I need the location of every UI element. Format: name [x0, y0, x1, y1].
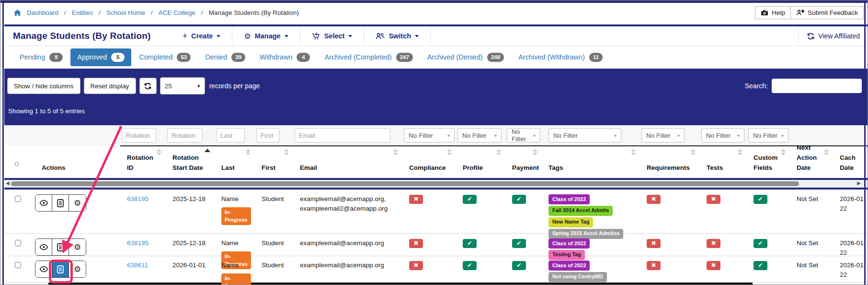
filter-rotation-id-input[interactable] [122, 128, 156, 142]
settings-gear-button[interactable]: ⚙ [69, 261, 86, 277]
column-header-payment[interactable]: Payment [505, 145, 542, 178]
chevron-down-icon: ▾ [494, 133, 497, 138]
breadcrumb-dashboard[interactable]: Dashboard [27, 9, 58, 16]
manage-menu[interactable]: ⚙ Manage [232, 26, 300, 46]
profile-pass-badge: ✔ [463, 195, 477, 204]
column-header-rotation-id[interactable]: Rotation ID [120, 145, 166, 178]
filter-payment-select[interactable]: No Filter▾ [507, 128, 540, 142]
column-header-actions: Actions [23, 145, 120, 178]
filter-email-input[interactable] [295, 128, 390, 142]
details-document-button-highlighted[interactable] [52, 261, 69, 277]
details-document-button[interactable] [52, 195, 69, 211]
filter-profile-select[interactable]: No Filter▾ [457, 128, 502, 142]
column-header-tests[interactable]: Tests [700, 145, 747, 178]
select-all-checkbox[interactable] [15, 161, 19, 167]
submit-feedback-button[interactable]: Submit Feedback [790, 6, 864, 19]
column-header-email[interactable]: Email [293, 145, 402, 178]
filter-requirements-select[interactable]: No Filter▾ [641, 128, 685, 142]
custom-fields-pass-badge: ✔ [754, 239, 767, 248]
row-checkbox[interactable] [15, 196, 21, 202]
reset-display-button[interactable]: Reset display [84, 78, 136, 94]
sort-icon [246, 149, 251, 155]
sort-icon [533, 149, 537, 155]
filter-tests-select[interactable]: No Filter▾ [701, 128, 744, 142]
column-header-profile[interactable]: Profile [456, 145, 505, 178]
sort-icon [447, 149, 452, 155]
view-affiliated-button[interactable]: View Affiliated [798, 26, 868, 46]
plus-icon: + [183, 31, 188, 41]
breadcrumb-ace-college[interactable]: ACE College [159, 9, 195, 16]
column-header-cach-date: Cach Date [833, 145, 868, 178]
breadcrumb: Dashboard / Entities / School Home / ACE… [4, 9, 299, 16]
view-eye-button[interactable] [35, 261, 52, 277]
view-eye-button[interactable] [35, 239, 52, 255]
filter-first-input[interactable] [256, 128, 279, 142]
search-input[interactable] [772, 79, 862, 93]
count-badge: 39 [231, 53, 245, 62]
row-checkbox[interactable] [15, 240, 21, 246]
filter-custom-fields-select[interactable]: No Filter▾ [748, 128, 788, 142]
scroll-right-arrow[interactable]: ▶ [857, 180, 861, 186]
filter-compliance-select[interactable]: No Filter▾ [404, 128, 455, 142]
page-size-select[interactable]: 25 ▾ [160, 77, 205, 95]
breadcrumb-school-home[interactable]: School Home [106, 9, 145, 16]
home-icon[interactable] [14, 10, 21, 16]
rotation-id-link[interactable]: 638195 [127, 195, 148, 202]
cart-icon [312, 32, 320, 40]
column-header-compliance[interactable]: Compliance [402, 145, 456, 178]
scroll-left-arrow[interactable]: ◀ [6, 180, 10, 186]
sort-icon [738, 149, 742, 155]
last-name-cell: Name In-Progress [215, 256, 255, 282]
scrollbar-thumb[interactable] [11, 181, 799, 186]
switch-menu[interactable]: Switch [364, 26, 431, 46]
column-header-requirements[interactable]: Requirements [640, 145, 700, 178]
first-name-cell: Student [255, 234, 293, 256]
help-button[interactable]: Help [755, 6, 791, 19]
show-hide-columns-button[interactable]: Show / hide columns [7, 78, 80, 94]
filter-last-input[interactable] [216, 128, 245, 142]
settings-gear-button[interactable]: ⚙ [69, 195, 86, 211]
filter-row: No Filter▾ No Filter▾ No Filter▾ No Filt… [4, 125, 868, 145]
tab-withdrawn[interactable]: Withdrawn4 [253, 48, 317, 66]
rotation-id-link[interactable]: 638611 [127, 261, 148, 269]
details-document-button[interactable] [52, 239, 69, 255]
breadcrumb-entities[interactable]: Entities [72, 9, 93, 16]
tab-completed[interactable]: Completed53 [132, 48, 197, 66]
filter-tags-select[interactable]: No Filter▾ [548, 128, 621, 142]
payment-pass-badge: ✔ [512, 261, 526, 270]
tab-archived-completed[interactable]: Archived (Completed)247 [318, 48, 419, 66]
column-header-rotation-start-date[interactable]: Rotation Start Date [166, 145, 215, 178]
tests-fail-badge: ✖ [707, 261, 720, 270]
profile-pass-badge: ✔ [463, 239, 477, 248]
chevron-down-icon [415, 35, 419, 37]
settings-gear-button[interactable]: ⚙ [69, 239, 86, 255]
tab-pending[interactable]: Pending9 [13, 48, 69, 66]
rotation-id-link[interactable]: 638195 [127, 239, 148, 247]
tab-archived-withdrawn[interactable]: Archived (Withdrawn)11 [512, 48, 609, 66]
top-bar: Dashboard / Entities / School Home / ACE… [4, 3, 868, 22]
partial-next-row-edge [48, 283, 753, 285]
tab-approved[interactable]: Approved5 [70, 48, 131, 66]
create-menu[interactable]: + Create [171, 26, 233, 46]
column-header-tags[interactable]: Tags [542, 145, 640, 178]
tab-denied[interactable]: Denied39 [198, 48, 252, 66]
tag-badge: Class of 2022 [548, 194, 590, 204]
refresh-button[interactable] [139, 78, 157, 94]
tag-badge: Fall 2014 Accel Admits [548, 206, 613, 216]
column-header-last[interactable]: Last [215, 145, 255, 178]
email-cell: exampleemail@acemapp.org [293, 256, 402, 282]
column-header-next-action-date[interactable]: Next Action Date [790, 145, 833, 178]
column-header-first[interactable]: First [255, 145, 293, 178]
first-name-cell: Student [255, 256, 293, 282]
select-menu[interactable]: Select [300, 26, 365, 46]
requirements-fail-badge: ✖ [647, 239, 661, 248]
requirements-fail-badge: ✖ [647, 261, 661, 270]
next-action-date-cell: Not Set [790, 256, 833, 282]
table-row: ⚙ 638611 2026-01-01 Name In-Progress Stu… [4, 256, 868, 283]
next-action-date-cell: Not Set [790, 190, 833, 233]
row-checkbox[interactable] [15, 262, 21, 268]
filter-rotation-start-input[interactable] [167, 128, 203, 142]
tab-archived-denied[interactable]: Archived (Denied)248 [421, 48, 511, 66]
column-header-custom-fields[interactable]: Custom Fields [747, 145, 790, 178]
view-eye-button[interactable] [35, 195, 52, 211]
